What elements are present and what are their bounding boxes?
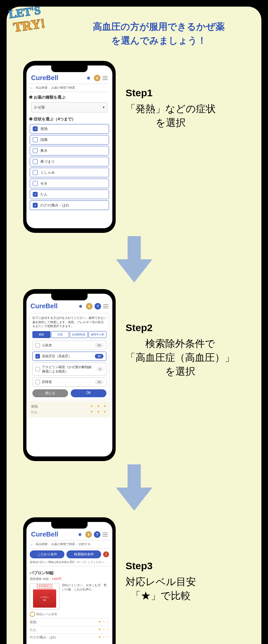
menu-icon[interactable] (103, 304, 108, 308)
filter-tab[interactable]: 服用中の薬 (89, 331, 107, 338)
arrow-1 (17, 236, 251, 282)
ok-button[interactable]: OK (71, 389, 106, 397)
condition-checkbox[interactable]: 心疾患38 (32, 341, 106, 350)
product-image[interactable]: 第2類医薬品 パブロン50 (30, 583, 59, 610)
home-icon[interactable]: ⌂ (30, 543, 32, 546)
condition-checkbox[interactable]: ✓高血圧症（高血圧）39 (32, 352, 106, 361)
step2-title: Step2 (126, 322, 235, 333)
tutorial-card: LET'S TRY! 高血圧の方が服用できるかぜ薬 を選んでみましょう！ Cur… (7, 7, 261, 644)
help-icon[interactable]: ? (94, 531, 100, 538)
menu-icon[interactable] (102, 76, 108, 80)
exclusion-button[interactable]: 検索除外条件 (66, 550, 101, 558)
step1-block: CureBell ◉ ¥ ⌂ › 商品検索 › お薬の種類で検索 (17, 61, 251, 233)
exclusion-modal: 以下に該当する方は☑を入れてください。服用できない薬を除外して検索します。病気、… (30, 313, 109, 400)
filter-button[interactable]: こだわり条件 (30, 550, 64, 558)
step2-block: CureBell ◉ ¥ ? 以下に該当する方は☑を入れてください。服用できない… (17, 289, 251, 461)
coin-icon[interactable]: ¥ (86, 303, 93, 310)
location-icon[interactable]: ◉ (85, 75, 92, 81)
menu-icon[interactable] (102, 533, 108, 537)
tap-note: 各商品の詳しい情報は商品画像を選択（タップ）してください。 (30, 560, 109, 564)
filter-tab[interactable]: 妊婦授乳婦 (70, 331, 88, 338)
close-button[interactable]: 閉じる (32, 389, 68, 397)
step3-block: CureBell ◉ ¥ ? ⌂ › 商品検索 › お薬の種類で検索 (17, 517, 251, 644)
step2-desc: 検索除外条件で 「高血圧症（高血圧）」 を選択 (126, 337, 235, 378)
symptom-checkbox[interactable]: ✓たん (30, 190, 109, 199)
condition-checkbox[interactable]: アスピリン喘息（かぜ薬や解熱鎮痛薬による喘息）0 (32, 363, 106, 376)
condition-checkbox[interactable]: 肝障害38 (32, 377, 106, 387)
step1-desc: 「発熱」などの症状 を選択 (126, 102, 216, 130)
symptom-checkbox[interactable]: 鼻づまり (30, 157, 109, 166)
arrow-2 (17, 464, 251, 511)
coin-icon[interactable]: ¥ (85, 531, 92, 538)
rating-row: たん★ ☆ ☆ (30, 626, 109, 633)
app-logo: CureBell (31, 74, 58, 82)
coin-icon[interactable]: ¥ (94, 75, 100, 81)
lets-try-badge: LET'S TRY! (3, 0, 63, 40)
home-icon[interactable]: ⌂ (30, 86, 32, 90)
phone-step2: CureBell ◉ ¥ ? 以下に該当する方は☑を入れてください。服用できない… (23, 289, 116, 461)
symptom-checkbox[interactable]: ✓発熱 (30, 124, 109, 134)
symptom-checkbox[interactable]: ✓のどの痛み・はれ (30, 200, 109, 210)
product-card-1[interactable]: パブロン50錠 税抜価格 48錠・1400円 第2類医薬品 パブロン50 切れに… (29, 568, 110, 643)
step3-desc: 対応レベル目安 「★」で比較 (126, 575, 196, 603)
phone-step3: CureBell ◉ ¥ ? ⌂ › 商品検索 › お薬の種類で検索 (23, 517, 116, 644)
phone-step1: CureBell ◉ ¥ ⌂ › 商品検索 › お薬の種類で検索 (23, 61, 116, 233)
alert-icon[interactable]: ! (103, 551, 109, 557)
step1-title: Step1 (126, 87, 216, 99)
symptom-checkbox[interactable]: 頭痛 (30, 135, 109, 145)
symptom-checkbox[interactable]: 鼻水 (30, 146, 109, 155)
modal-instruction: 以下に該当する方は☑を入れてください。服用できない薬を除外して検索します。病気、… (32, 316, 106, 328)
rating-row: 発熱★ ☆ ☆ (30, 618, 109, 626)
breadcrumb: ⌂ › 商品検索 › お薬の種類で検索 › 比較する (29, 540, 110, 548)
rating-row: のどの痛み・はれ★ ☆ ☆ (30, 633, 109, 641)
filter-tab[interactable]: 症状 (51, 331, 69, 338)
section-symptom-label: ❷ 症状を選ぶ（4つまで） (29, 116, 110, 122)
step3-title: Step3 (126, 560, 196, 572)
location-icon[interactable]: ◉ (77, 303, 84, 310)
help-icon[interactable]: ? (95, 303, 101, 310)
symptom-checkbox[interactable]: くしゃみ (30, 168, 109, 177)
chevron-down-icon: ▾ (103, 105, 105, 109)
location-icon[interactable]: ◉ (77, 531, 83, 538)
app-logo: CureBell (30, 302, 57, 310)
breadcrumb: ⌂ › 商品検索 › お薬の種類で検索 (29, 84, 110, 92)
medicine-type-select[interactable]: かぜ薬 ▾ (31, 102, 108, 112)
app-logo: CureBell (31, 531, 58, 538)
section-type-label: ❶ お薬の種類を選ぶ (29, 95, 110, 100)
filter-tab[interactable]: 病態 (32, 331, 51, 338)
symptom-checkbox[interactable]: せき (30, 179, 109, 188)
